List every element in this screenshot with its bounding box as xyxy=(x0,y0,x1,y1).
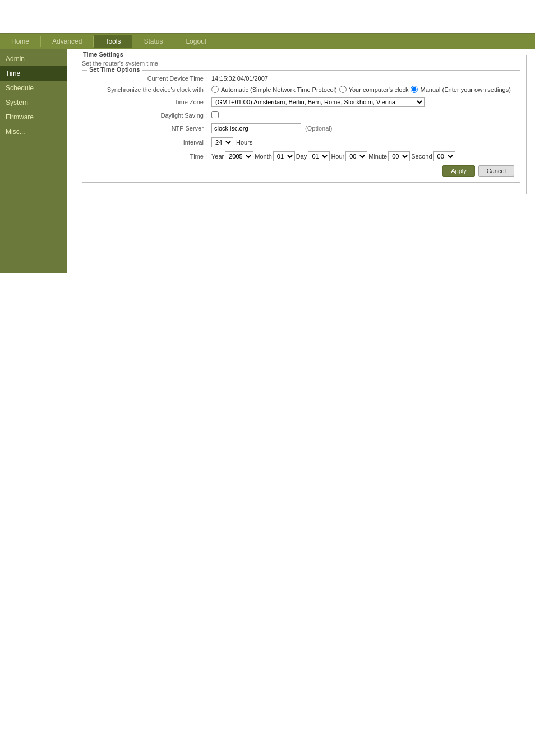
hour-select[interactable]: 00 xyxy=(345,151,367,161)
nav-tools[interactable]: Tools xyxy=(94,35,132,48)
interval-unit: Hours xyxy=(236,139,252,146)
time-settings-section: Time Settings Set the router's system ti… xyxy=(76,55,527,194)
nav-status[interactable]: Status xyxy=(132,35,174,48)
minute-label: Minute xyxy=(368,153,387,160)
month-label: Month xyxy=(255,153,272,160)
sidebar-item-misc[interactable]: Misc... xyxy=(0,124,67,139)
sync-label-computer: Your computer's clock xyxy=(349,86,409,93)
time-row: Time : Year 2005 Month 01 Day 01 xyxy=(88,151,514,161)
sidebar-item-time[interactable]: Time xyxy=(0,66,67,81)
interval-label: Interval : xyxy=(88,139,211,146)
current-device-time-label: Current Device Time : xyxy=(88,75,211,82)
button-row: Apply Cancel xyxy=(88,165,514,177)
sync-radio-auto[interactable] xyxy=(211,86,219,93)
daylight-saving-label: Daylight Saving : xyxy=(88,112,211,119)
interval-row: Interval : 24 Hours xyxy=(88,137,514,147)
nav-logout[interactable]: Logout xyxy=(174,35,218,48)
sync-label-auto: Automatic (Simple Network Time Protocol) xyxy=(221,86,337,93)
nav-advanced[interactable]: Advanced xyxy=(41,35,93,48)
time-settings-title: Time Settings xyxy=(81,51,126,58)
timezone-row: Time Zone : (GMT+01:00) Amsterdam, Berli… xyxy=(88,97,514,107)
sync-row: Synchronize the device's clock with : Au… xyxy=(88,86,514,93)
set-time-options-title: Set Time Options xyxy=(87,66,142,73)
sync-radio-manual[interactable] xyxy=(411,86,418,93)
year-label: Year xyxy=(211,153,224,160)
sidebar-item-system[interactable]: System xyxy=(0,95,67,110)
time-label: Time : xyxy=(88,153,211,160)
sidebar: Admin Time Schedule System Firmware Misc… xyxy=(0,49,67,273)
ntp-server-row: NTP Server : (Optional) xyxy=(88,123,514,133)
second-select[interactable]: 00 xyxy=(433,151,455,161)
sidebar-item-firmware[interactable]: Firmware xyxy=(0,110,67,124)
ntp-server-control: (Optional) xyxy=(211,123,514,133)
minute-select[interactable]: 00 xyxy=(388,151,410,161)
sync-options: Automatic (Simple Network Time Protocol)… xyxy=(211,86,514,93)
current-device-time-row: Current Device Time : 14:15:02 04/01/200… xyxy=(88,75,514,82)
interval-select[interactable]: 24 xyxy=(211,137,233,147)
nav-home[interactable]: Home xyxy=(0,35,40,48)
interval-control: 24 Hours xyxy=(211,137,514,147)
main-layout: Admin Time Schedule System Firmware Misc… xyxy=(0,49,535,273)
set-time-options-section: Set Time Options Current Device Time : 1… xyxy=(82,70,520,183)
daylight-saving-control xyxy=(211,111,514,119)
sync-label-manual: Manual (Enter your own settings) xyxy=(420,86,510,93)
top-bar xyxy=(0,0,535,34)
ntp-server-label: NTP Server : xyxy=(88,125,211,132)
ntp-server-input[interactable] xyxy=(211,123,301,133)
sidebar-item-schedule[interactable]: Schedule xyxy=(0,81,67,95)
year-select[interactable]: 2005 xyxy=(225,151,253,161)
time-settings-description: Set the router's system time. xyxy=(82,60,520,67)
nav-bar: Home Advanced Tools Status Logout xyxy=(0,34,535,49)
hour-label: Hour xyxy=(331,153,344,160)
second-label: Second xyxy=(411,153,432,160)
daylight-saving-checkbox[interactable] xyxy=(211,111,219,118)
time-control: Year 2005 Month 01 Day 01 Hour xyxy=(211,151,514,161)
sync-label: Synchronize the device's clock with : xyxy=(88,86,211,93)
timezone-label: Time Zone : xyxy=(88,99,211,105)
content-area: Time Settings Set the router's system ti… xyxy=(67,49,535,273)
day-label: Day xyxy=(296,153,307,160)
current-device-time-value: 14:15:02 04/01/2007 xyxy=(211,75,514,82)
month-select[interactable]: 01 xyxy=(273,151,295,161)
daylight-saving-row: Daylight Saving : xyxy=(88,111,514,119)
sync-radio-computer[interactable] xyxy=(339,86,347,93)
day-select[interactable]: 01 xyxy=(308,151,330,161)
ntp-optional-text: (Optional) xyxy=(305,125,332,132)
sidebar-item-admin[interactable]: Admin xyxy=(0,52,67,66)
apply-button[interactable]: Apply xyxy=(442,165,475,177)
timezone-select[interactable]: (GMT+01:00) Amsterdam, Berlin, Bern, Rom… xyxy=(211,97,425,107)
timezone-control: (GMT+01:00) Amsterdam, Berlin, Bern, Rom… xyxy=(211,97,514,107)
cancel-button[interactable]: Cancel xyxy=(478,165,514,177)
